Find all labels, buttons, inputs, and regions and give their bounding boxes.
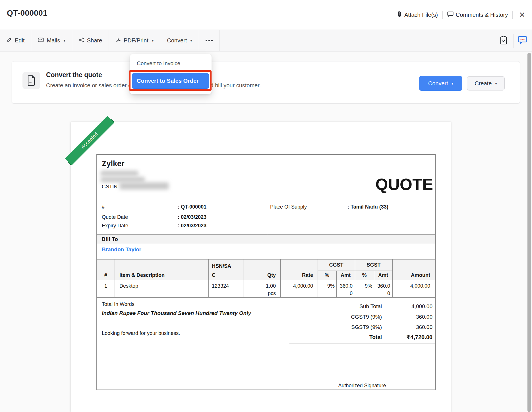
item-cgst-amt: 360.0 0 <box>336 282 353 297</box>
item-hsn: 123324 <box>212 282 229 290</box>
document-type-title: QUOTE <box>375 176 433 193</box>
divider <box>115 259 115 297</box>
mails-label: Mails <box>47 37 60 44</box>
toolbar-divider <box>514 34 514 48</box>
col-header-num: # <box>97 271 115 279</box>
detail-label: Expiry Date <box>102 222 128 229</box>
bill-to-band <box>97 234 435 244</box>
comment-bubble-icon <box>447 11 454 18</box>
col-header-sgst: SGST <box>355 261 392 269</box>
divider <box>97 259 435 259</box>
more-options-icon <box>206 40 213 41</box>
convert-label: Convert <box>167 37 187 44</box>
banner-title: Convert the quote <box>46 71 102 79</box>
chevron-down-icon: ▾ <box>452 81 454 86</box>
paperclip-icon <box>397 11 402 19</box>
redacted-address-line <box>101 171 138 176</box>
convert-dropdown-menu: Convert to Invoice Convert to Sales Orde… <box>130 54 212 94</box>
col-header-amount: Amount <box>392 271 434 279</box>
convert-menu-button[interactable]: Convert ▾ <box>160 30 199 51</box>
redacted-gstin-value <box>120 182 169 189</box>
divider <box>267 202 267 234</box>
col-header-qty: Qty <box>243 271 278 279</box>
share-button[interactable]: Share <box>72 30 109 51</box>
edit-label: Edit <box>15 37 24 44</box>
detail-value: : 02/03/2023 <box>178 222 206 229</box>
detail-value: : 02/03/2023 <box>178 213 206 221</box>
comments-history-button[interactable]: Comments & History <box>447 11 508 18</box>
edit-button[interactable]: Edit <box>0 30 31 51</box>
document-icon-badge <box>22 72 40 89</box>
divider <box>97 234 435 235</box>
envelope-icon <box>38 37 44 44</box>
item-cgst-pct: 9% <box>318 282 335 290</box>
pdf-print-button[interactable]: PDF/Print ▾ <box>109 30 160 51</box>
customer-note: Looking forward for your business. <box>102 329 180 337</box>
authorized-signature-label: Authorized Signature <box>289 382 435 389</box>
col-header-cgst-amt: Amt <box>336 271 355 279</box>
col-header-sgst-percent: % <box>355 271 374 279</box>
item-sgst-amt: 360.0 0 <box>374 282 390 297</box>
feedback-chat-button[interactable] <box>518 30 527 52</box>
cgst-total-value: 360.00 <box>336 313 432 321</box>
close-icon[interactable]: ✕ <box>517 11 527 19</box>
grand-total-value: ₹4,720.00 <box>336 333 432 341</box>
share-icon <box>79 37 84 44</box>
customer-link[interactable]: Brandon Taylor <box>102 246 141 253</box>
redacted-address-line <box>101 177 145 182</box>
detail-label: Quote Date <box>102 213 128 221</box>
col-header-item: Item & Description <box>119 271 165 279</box>
scrollbar[interactable] <box>527 53 531 412</box>
divider <box>97 202 435 202</box>
col-header-hsn: C <box>212 271 216 279</box>
attach-files-label: Attach File(s) <box>404 12 438 18</box>
col-header-rate: Rate <box>280 271 315 279</box>
divider <box>208 259 209 297</box>
item-qty: 1.00 pcs <box>243 282 278 297</box>
pdf-print-label: PDF/Print <box>124 37 148 44</box>
company-name: Zylker <box>102 159 125 168</box>
chevron-down-icon: ▾ <box>495 81 497 86</box>
attach-files-button[interactable]: Attach File(s) <box>397 11 438 19</box>
chevron-down-icon: ▾ <box>190 38 192 43</box>
header-divider <box>442 11 443 19</box>
col-header-cgst-percent: % <box>318 271 336 279</box>
total-in-words: Indian Rupee Four Thousand Seven Hundred… <box>102 310 251 317</box>
gstin-label: GSTIN <box>102 183 117 190</box>
file-icon <box>27 75 36 86</box>
total-in-words-label: Total In Words <box>102 300 134 308</box>
header-actions: Attach File(s) Comments & History ✕ <box>397 0 527 30</box>
comments-history-label: Comments & History <box>456 12 508 18</box>
divider <box>97 280 435 280</box>
convert-button[interactable]: Convert ▾ <box>419 76 462 91</box>
chevron-down-icon: ▾ <box>152 38 154 43</box>
mails-button[interactable]: Mails ▾ <box>31 30 72 51</box>
divider <box>289 343 435 343</box>
tasks-clipboard-button[interactable] <box>500 30 507 52</box>
item-amount: 4,000.00 <box>392 282 434 290</box>
divider <box>97 244 435 244</box>
pdf-icon <box>115 37 121 44</box>
place-of-supply-label: Place Of Supply <box>270 203 307 211</box>
more-options-button[interactable] <box>199 30 220 51</box>
pencil-icon <box>7 37 12 44</box>
convert-button-label: Convert <box>428 80 448 87</box>
app-header: QT-000001 Attach File(s) Comments & Hist… <box>0 0 532 30</box>
create-button-label: Create <box>475 80 492 87</box>
menu-item-convert-to-sales-order[interactable]: Convert to Sales Order <box>132 73 209 89</box>
col-header-cgst: CGST <box>318 261 355 269</box>
sgst-total-value: 360.00 <box>336 324 432 331</box>
col-header-sgst-amt: Amt <box>374 271 392 279</box>
toolbar: Edit Mails ▾ Share <box>0 30 532 52</box>
item-num: 1 <box>97 282 115 290</box>
chevron-down-icon: ▾ <box>63 38 65 43</box>
quote-document: Zylker GSTIN QUOTE # : QT-000001 Quote D… <box>96 154 436 390</box>
header-divider <box>512 11 513 19</box>
menu-item-convert-to-invoice[interactable]: Convert to Invoice <box>137 57 180 70</box>
divider <box>289 297 289 390</box>
divider <box>97 297 435 298</box>
item-sgst-pct: 9% <box>355 282 372 290</box>
create-button[interactable]: Create ▾ <box>467 76 505 90</box>
detail-value: : QT-000001 <box>178 203 206 211</box>
detail-label: # <box>102 203 105 211</box>
